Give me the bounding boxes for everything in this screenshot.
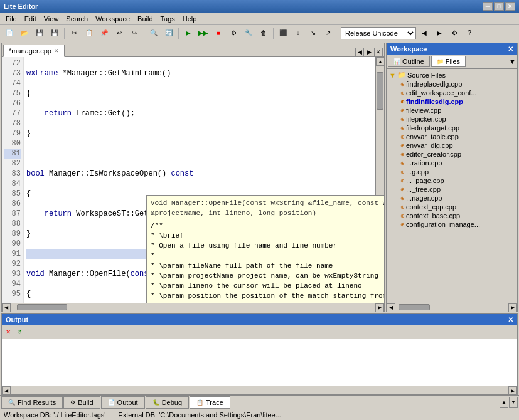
bottom-scroll-up[interactable]: ▲ — [500, 397, 508, 408]
undo-btn[interactable]: ↩ — [112, 26, 126, 40]
bottom-tab-debug[interactable]: 🐛 Debug — [146, 396, 189, 409]
menu-file[interactable]: File — [3, 14, 20, 23]
tree-item-findreplacedlg[interactable]: ⊕ findreplacedlg.cpp — [388, 80, 516, 88]
tree-item-label: ..._page.cpp — [406, 177, 444, 184]
stop-btn[interactable]: ■ — [211, 26, 225, 40]
build-btn[interactable]: ⚙ — [227, 26, 240, 40]
link-icon: ⊕ — [400, 169, 405, 175]
bottom-tab-trace[interactable]: 📋 Trace — [190, 396, 230, 409]
menu-view[interactable]: View — [41, 14, 62, 23]
ws-hscroll-right[interactable]: ▶ — [508, 303, 517, 312]
tree-item-findinfilesdlg[interactable]: ⊕ findinfilesdlg.cpp — [388, 97, 516, 106]
maximize-button[interactable]: □ — [494, 2, 504, 11]
hscroll-left[interactable]: ◀ — [2, 303, 11, 312]
paste-btn[interactable]: 📌 — [97, 26, 111, 40]
tree-item-envvar-dlg[interactable]: ⊕ envvar_dlg.cpp — [388, 141, 516, 150]
trace-label: Trace — [206, 399, 223, 406]
vscroll-up[interactable]: ▲ — [376, 57, 384, 66]
output-hscrollbar[interactable]: ◀ ▶ — [2, 386, 517, 394]
out-hscroll-right[interactable]: ▶ — [508, 386, 517, 395]
tree-item-edit-workspace[interactable]: ⊕ edit_workspace_conf... — [388, 88, 516, 97]
settings-btn[interactable]: ⚙ — [447, 26, 461, 40]
bottom-scroll-down[interactable]: ▼ — [509, 397, 518, 408]
step-in-btn[interactable]: ↘ — [306, 26, 320, 40]
vscroll-thumb[interactable] — [377, 72, 383, 110]
output-close[interactable]: ✕ — [508, 316, 513, 324]
workspace-hscrollbar[interactable]: ◀ ▶ — [387, 303, 517, 312]
replace-btn[interactable]: 🔄 — [162, 26, 176, 40]
tree-item-ration[interactable]: ⊕ ...ration.cpp — [388, 159, 516, 167]
menu-search[interactable]: Search — [63, 14, 91, 23]
search-btn[interactable]: 🔍 — [147, 26, 161, 40]
output-clear-btn[interactable]: ✕ — [3, 327, 13, 337]
copy-btn[interactable]: 📋 — [82, 26, 96, 40]
tab-scroll-left[interactable]: ◀ — [355, 48, 364, 56]
bottom-tab-output[interactable]: 📄 Output — [101, 396, 145, 409]
tab-close-btn[interactable]: ✕ — [54, 48, 59, 54]
hscroll-right[interactable]: ▶ — [375, 303, 384, 312]
save-all-btn[interactable]: 💾 — [48, 26, 62, 40]
tree-item-envvar-table[interactable]: ⊕ envvar_table.cpp — [388, 132, 516, 141]
minimize-button[interactable]: ─ — [483, 2, 493, 11]
tree-item-filepicker[interactable]: ⊕ filepicker.cpp — [388, 115, 516, 123]
about-btn[interactable]: ? — [463, 26, 476, 40]
tab-scroll-right[interactable]: ▶ — [365, 48, 373, 56]
run-btn[interactable]: ▶ — [181, 26, 195, 40]
tree-item-fileview[interactable]: ⊕ fileview.cpp — [388, 106, 516, 115]
save-btn[interactable]: 💾 — [33, 26, 46, 40]
tree-item-nager[interactable]: ⊕ ...nager.cpp — [388, 194, 516, 202]
output-refresh-btn[interactable]: ↺ — [14, 327, 24, 337]
editor-hscrollbar[interactable]: ◀ ▶ — [2, 303, 384, 312]
tree-item-page[interactable]: ⊕ ..._page.cpp — [388, 176, 516, 185]
ac-line: * \param fileName full path of the file … — [151, 261, 384, 271]
output-tab-label: Output — [117, 399, 138, 406]
debug-btn[interactable]: ▶▶ — [196, 26, 210, 40]
tree-source-files[interactable]: ▼ 📁 Source Files — [388, 70, 516, 80]
step-over-btn[interactable]: ↓ — [291, 26, 305, 40]
rebuild-btn[interactable]: 🔧 — [242, 26, 255, 40]
tree-item-tree[interactable]: ⊕ ..._tree.cpp — [388, 185, 516, 194]
output-content[interactable] — [2, 339, 517, 386]
editor-tab-manager[interactable]: *manager.cpp ✕ — [3, 45, 65, 57]
breakpoint-btn[interactable]: ⬛ — [276, 26, 290, 40]
close-button[interactable]: ✕ — [505, 2, 515, 11]
bottom-tab-find-results[interactable]: 🔍 Find Results — [1, 396, 63, 409]
tree-item-editor-creator[interactable]: ⊕ editor_creator.cpp — [388, 150, 516, 159]
link-icon: ⊕ — [400, 90, 405, 96]
tree-item-context-base[interactable]: ⊕ context_base.cpp — [388, 211, 516, 220]
tab-label: *manager.cpp — [9, 47, 51, 55]
new-file-btn[interactable]: 📄 — [3, 26, 16, 40]
out-hscroll-left[interactable]: ◀ — [2, 386, 11, 395]
menu-edit[interactable]: Edit — [21, 14, 40, 23]
config-next-btn[interactable]: ▶ — [432, 26, 446, 40]
redo-btn[interactable]: ↪ — [127, 26, 141, 40]
tree-item-config-manage[interactable]: ⊕ configuration_manage... — [388, 220, 516, 229]
config-prev-btn[interactable]: ◀ — [417, 26, 431, 40]
tree-item-g[interactable]: ⊕ ...g.cpp — [388, 167, 516, 176]
tree-folder-label: Source Files — [407, 71, 446, 79]
open-file-btn[interactable]: 📂 — [18, 26, 31, 40]
tab-close-all[interactable]: ✕ — [374, 48, 383, 56]
hscroll-thumb[interactable] — [17, 304, 67, 310]
workspace-close[interactable]: ✕ — [508, 45, 513, 53]
workspace-dropdown[interactable]: ▼ — [509, 56, 516, 67]
menu-build[interactable]: Build — [134, 14, 156, 23]
config-select[interactable]: Release Unicode Debug Release — [341, 27, 416, 39]
link-icon: ⊕ — [400, 99, 405, 105]
ws-hscroll-thumb[interactable] — [399, 304, 430, 310]
ws-hscroll-left[interactable]: ◀ — [387, 303, 395, 312]
clean-btn[interactable]: 🗑 — [257, 26, 270, 40]
autocomplete-body: /** * \brief * Open a file using file na… — [151, 221, 384, 303]
cut-btn[interactable]: ✂ — [67, 26, 81, 40]
workspace-tab-files[interactable]: 📁 Files — [431, 56, 466, 67]
bottom-tab-build[interactable]: ⚙ Build — [63, 396, 100, 409]
tree-item-context-cpp[interactable]: ⊕ context_cpp.cpp — [388, 202, 516, 211]
menu-tags[interactable]: Tags — [158, 14, 178, 23]
menu-help[interactable]: Help — [179, 14, 200, 23]
output-panel: Output ✕ ✕ ↺ ◀ ▶ — [1, 313, 518, 395]
step-out-btn[interactable]: ↗ — [321, 26, 335, 40]
workspace-tab-outline[interactable]: 📊 Outline — [388, 56, 430, 67]
tree-item-label: ...g.cpp — [406, 168, 429, 176]
tree-item-filedroptarget[interactable]: ⊕ filedroptarget.cpp — [388, 123, 516, 132]
menu-workspace[interactable]: Workspace — [92, 14, 133, 23]
